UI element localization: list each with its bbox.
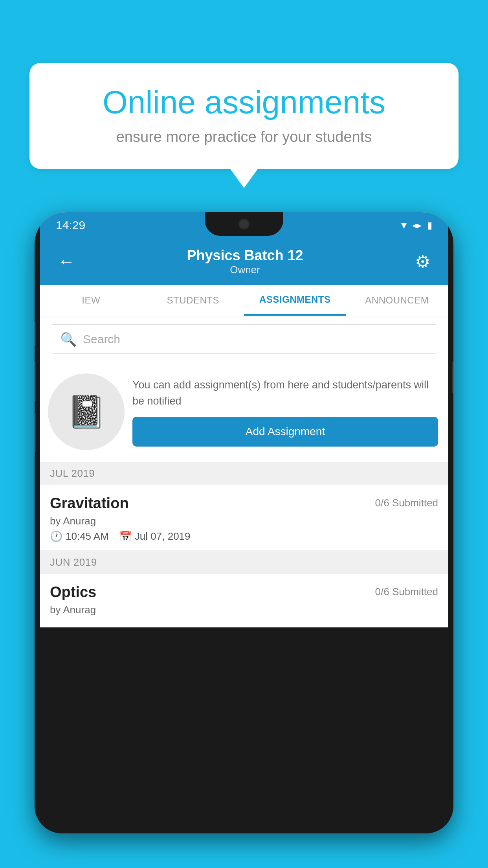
assignment-top-optics: Optics 0/6 Submitted <box>50 584 438 601</box>
status-time: 14:29 <box>56 219 85 232</box>
assignment-item-optics[interactable]: Optics 0/6 Submitted by Anurag <box>40 574 448 627</box>
assignment-submitted-gravitation: 0/6 Submitted <box>375 497 438 509</box>
promo-text-area: You can add assignment(s) from here and … <box>132 377 438 447</box>
phone-screen: 14:29 ▾ ◂▸ ▮ ← Physics Batch 12 Owner ⚙ <box>40 212 448 627</box>
back-button[interactable]: ← <box>54 248 79 275</box>
tab-assignments[interactable]: ASSIGNMENTS <box>244 285 346 316</box>
battery-icon: ▮ <box>427 220 432 231</box>
section-header-text-jun: JUN 2019 <box>50 556 97 568</box>
speech-bubble: Online assignments ensure more practice … <box>29 63 459 169</box>
notebook-icon: 📓 <box>67 394 106 430</box>
phone-volume-up-button <box>35 362 36 401</box>
tabs-bar: IEW STUDENTS ASSIGNMENTS ANNOUNCEM <box>40 285 448 316</box>
phone-outer: 14:29 ▾ ◂▸ ▮ ← Physics Batch 12 Owner ⚙ <box>35 212 453 833</box>
phone-notch <box>205 212 283 236</box>
assignment-date-gravitation: 📅 Jul 07, 2019 <box>119 530 191 542</box>
promo-section: 📓 You can add assignment(s) from here an… <box>40 362 448 462</box>
speech-bubble-subtitle: ensure more practice for your students <box>55 129 433 145</box>
app-bar-title-area: Physics Batch 12 Owner <box>79 247 411 276</box>
assignment-top-gravitation: Gravitation 0/6 Submitted <box>50 495 438 512</box>
search-placeholder: Search <box>83 333 120 346</box>
phone-container: 14:29 ▾ ◂▸ ▮ ← Physics Batch 12 Owner ⚙ <box>35 212 453 868</box>
search-icon: 🔍 <box>60 331 77 347</box>
speech-bubble-container: Online assignments ensure more practice … <box>29 63 459 169</box>
clock-icon: 🕐 <box>50 530 62 542</box>
section-header-jun: JUN 2019 <box>40 551 448 574</box>
search-bar[interactable]: 🔍 Search <box>50 324 438 354</box>
phone-volume-down-button <box>35 413 36 452</box>
settings-icon[interactable]: ⚙ <box>411 248 434 276</box>
assignment-author-gravitation: by Anurag <box>50 515 438 527</box>
assignment-time-gravitation: 🕐 10:45 AM <box>50 530 109 542</box>
assignment-meta-gravitation: 🕐 10:45 AM 📅 Jul 07, 2019 <box>50 530 438 542</box>
signal-icon: ◂▸ <box>412 220 422 231</box>
app-bar: ← Physics Batch 12 Owner ⚙ <box>40 238 448 285</box>
assignment-author-optics: by Anurag <box>50 604 438 616</box>
tab-iew[interactable]: IEW <box>40 285 142 316</box>
tab-announcements[interactable]: ANNOUNCEM <box>346 285 448 316</box>
assignment-name-optics: Optics <box>50 584 96 601</box>
add-assignment-button[interactable]: Add Assignment <box>132 417 438 447</box>
assignment-submitted-optics: 0/6 Submitted <box>375 586 438 598</box>
calendar-icon: 📅 <box>119 530 132 542</box>
front-camera <box>238 219 250 230</box>
tab-students[interactable]: STUDENTS <box>142 285 244 316</box>
section-header-text-jul: JUL 2019 <box>50 467 95 479</box>
assignment-name-gravitation: Gravitation <box>50 495 129 512</box>
search-container: 🔍 Search <box>40 316 448 362</box>
promo-icon-circle: 📓 <box>48 373 125 450</box>
phone-mute-button <box>35 322 36 346</box>
content-area: 🔍 Search 📓 You can add assignment(s) fro… <box>40 316 448 627</box>
section-header-jul: JUL 2019 <box>40 462 448 485</box>
wifi-icon: ▾ <box>401 219 407 232</box>
app-bar-title: Physics Batch 12 <box>79 247 411 264</box>
assignment-item-gravitation[interactable]: Gravitation 0/6 Submitted by Anurag 🕐 10… <box>40 485 448 551</box>
speech-bubble-title: Online assignments <box>55 85 433 120</box>
phone-power-button <box>452 362 453 393</box>
app-bar-subtitle: Owner <box>79 264 411 276</box>
status-icons: ▾ ◂▸ ▮ <box>401 219 432 232</box>
promo-description: You can add assignment(s) from here and … <box>132 377 438 409</box>
